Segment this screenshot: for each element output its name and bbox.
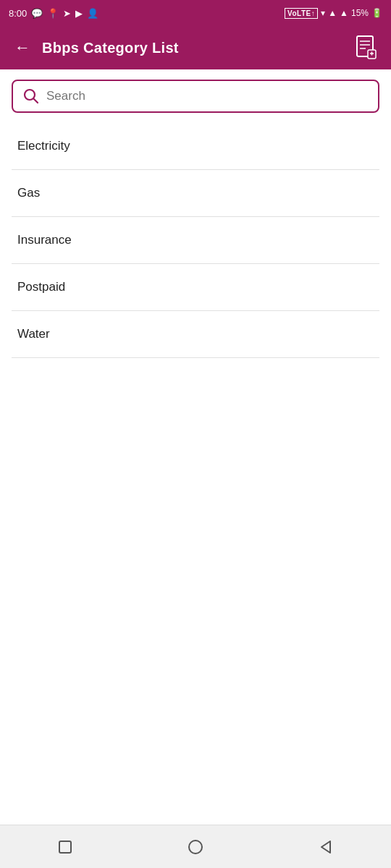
status-bar-right: VoLTE↑ ▾ ▲ ▲ 15% 🔋: [285, 8, 382, 19]
category-list: ElectricityGasInsurancePostpaidWater: [0, 123, 391, 825]
search-wrapper: [12, 80, 379, 113]
back-arrow-icon: ←: [14, 38, 30, 57]
volte-badge: VoLTE↑: [285, 8, 318, 19]
contacts-icon: 👤: [87, 8, 98, 19]
location-icon: 📍: [47, 8, 59, 19]
status-bar: 8:00 💬 📍 ➤ ▶ 👤 VoLTE↑ ▾ ▲ ▲ 15% 🔋: [0, 0, 391, 26]
app-bar-left: ← Bbps Category List: [12, 35, 179, 60]
bill-icon[interactable]: [353, 35, 379, 61]
play-icon: ▶: [75, 8, 83, 19]
nav-circle-button[interactable]: [172, 831, 219, 863]
list-item[interactable]: Water: [12, 311, 379, 358]
bottom-nav-bar: [0, 825, 391, 868]
svg-point-10: [189, 841, 202, 854]
battery-text: 15%: [351, 8, 369, 18]
list-item[interactable]: Postpaid: [12, 264, 379, 311]
search-input[interactable]: [46, 89, 368, 103]
square-icon: [56, 838, 74, 856]
nav-square-button[interactable]: [42, 831, 88, 863]
svg-line-8: [33, 98, 38, 103]
status-time: 8:00: [9, 8, 27, 19]
svg-marker-11: [321, 841, 330, 853]
search-icon: [23, 88, 39, 104]
nav-back-button[interactable]: [303, 831, 349, 863]
whatsapp-icon: 💬: [31, 8, 43, 19]
list-item[interactable]: Gas: [12, 170, 379, 217]
bill-svg: [356, 35, 377, 60]
svg-rect-9: [59, 841, 71, 853]
nav-icon: ➤: [63, 8, 71, 19]
signal-icon1: ▲: [328, 8, 337, 18]
triangle-back-icon: [317, 838, 335, 856]
list-item[interactable]: Insurance: [12, 217, 379, 264]
status-bar-left: 8:00 💬 📍 ➤ ▶ 👤: [9, 8, 98, 19]
page-title: Bbps Category List: [42, 40, 179, 56]
search-container: [0, 69, 391, 123]
app-bar: ← Bbps Category List: [0, 26, 391, 69]
wifi-icon: ▾: [321, 8, 325, 18]
signal-icon2: ▲: [340, 8, 348, 18]
circle-icon: [187, 838, 204, 856]
battery-icon: 🔋: [371, 8, 382, 18]
back-button[interactable]: ←: [12, 35, 33, 60]
list-item[interactable]: Electricity: [12, 123, 379, 170]
